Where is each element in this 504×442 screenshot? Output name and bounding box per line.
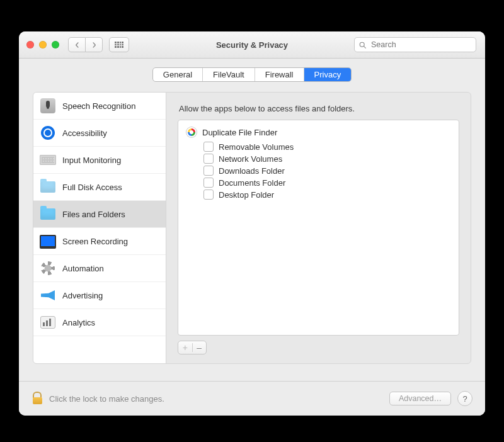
permission-checkbox[interactable] [203,190,214,200]
chevron-left-icon [74,42,80,48]
add-app-button[interactable]: + [178,343,193,352]
preferences-window: Security & Privacy GeneralFileVaultFirew… [19,31,485,416]
tab-firewall[interactable]: Firewall [255,68,304,81]
advanced-button[interactable]: Advanced… [389,392,451,405]
permission-checkbox[interactable] [203,178,214,188]
app-row[interactable]: Duplicate File Finder [186,127,451,138]
permission-checkbox[interactable] [203,154,214,164]
permission-row: Documents Folder [203,178,451,188]
tab-general[interactable]: General [153,68,203,81]
kbd-icon [40,155,56,165]
sidebar-item-label: Full Disk Access [62,183,122,192]
sidebar-item-analytics[interactable]: Analytics [33,309,166,336]
back-button[interactable] [68,37,86,52]
privacy-category-list[interactable]: Speech RecognitionAccessibilityInput Mon… [33,93,166,363]
window-body: GeneralFileVaultFirewallPrivacy Speech R… [19,67,485,364]
permission-row: Downloads Folder [203,166,451,176]
sidebar-item-automation[interactable]: Automation [33,255,166,282]
remove-app-button[interactable]: – [193,343,207,352]
folder-icon [40,181,55,193]
forward-button[interactable] [86,37,103,52]
access-icon [41,126,55,140]
tab-privacy[interactable]: Privacy [304,68,352,81]
close-window-button[interactable] [26,41,34,48]
sidebar-item-label: Input Monitoring [62,156,121,165]
permission-label: Desktop Folder [219,190,274,200]
permission-label: Removable Volumes [219,142,294,152]
privacy-content: Allow the apps below to access files and… [166,93,471,363]
permission-label: Documents Folder [219,178,285,188]
sidebar-item-label: Advertising [62,291,103,300]
app-name: Duplicate File Finder [202,128,277,137]
sidebar-item-accessibility[interactable]: Accessibility [33,120,166,147]
sidebar-item-label: Analytics [62,318,95,327]
sidebar-item-label: Files and Folders [62,210,125,219]
window-controls [26,41,59,48]
sidebar-item-label: Screen Recording [62,237,128,246]
sidebar-item-screen-recording[interactable]: Screen Recording [33,228,166,255]
gear-icon [41,261,55,275]
sidebar-item-label: Speech Recognition [62,101,135,111]
sidebar-item-full-disk-access[interactable]: Full Disk Access [33,174,166,201]
sidebar-item-files-and-folders[interactable]: Files and Folders [33,201,166,228]
screen-icon [40,235,56,247]
search-field[interactable] [354,37,476,52]
sidebar-item-advertising[interactable]: Advertising [33,282,166,309]
bars-icon [40,316,55,329]
folder-icon [40,208,55,220]
permission-checkbox[interactable] [203,166,214,176]
tab-filevault[interactable]: FileVault [203,68,255,81]
permission-row: Desktop Folder [203,190,451,200]
search-input[interactable] [370,40,472,50]
chevron-right-icon [91,42,97,48]
help-button[interactable]: ? [457,391,472,406]
nav-back-forward [68,37,103,52]
lock-icon[interactable] [32,393,43,404]
grid-icon [115,42,123,48]
content-heading: Allow the apps below to access files and… [179,104,459,113]
sidebar-item-label: Automation [62,264,104,273]
titlebar: Security & Privacy [19,31,485,59]
permission-row: Removable Volumes [203,142,451,152]
svg-line-1 [364,46,365,48]
sidebar-item-input-monitoring[interactable]: Input Monitoring [33,147,166,174]
app-permissions-list[interactable]: Duplicate File FinderRemovable VolumesNe… [178,120,459,336]
search-icon [358,41,367,49]
show-all-button[interactable] [109,37,129,52]
app-icon [186,127,197,138]
minimize-window-button[interactable] [39,41,47,48]
sidebar-item-speech-recognition[interactable]: Speech Recognition [33,93,166,120]
tab-bar: GeneralFileVaultFirewallPrivacy [19,67,485,82]
zoom-window-button[interactable] [52,41,59,48]
permission-checkbox[interactable] [203,142,214,152]
permission-label: Network Volumes [219,154,282,164]
footer-bar: Click the lock to make changes. Advanced… [19,381,485,416]
permission-row: Network Volumes [203,154,451,164]
privacy-panel: Speech RecognitionAccessibilityInput Mon… [33,92,471,364]
lock-hint: Click the lock to make changes. [49,394,164,404]
horn-icon [41,290,55,300]
sidebar-item-label: Accessibility [62,128,107,138]
add-remove-control: + – [178,341,207,354]
mic-icon [40,98,55,113]
permission-label: Downloads Folder [219,166,285,176]
